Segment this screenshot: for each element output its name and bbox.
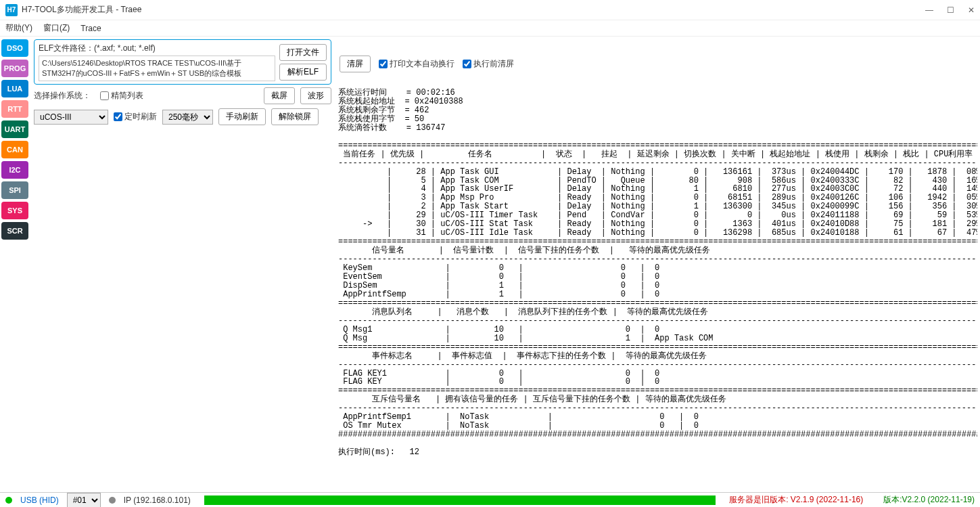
sidebar-sys[interactable]: SYS — [1, 202, 28, 219]
usb-status: USB (HID) — [20, 495, 59, 505]
menu-trace[interactable]: Trace — [80, 24, 101, 33]
window-title: H7-TOOL多功能开发工具 - Traee — [22, 4, 925, 16]
ip-status: IP (192.168.0.101) — [124, 495, 191, 505]
sidebar-prog[interactable]: PROG — [1, 60, 28, 77]
simple-list-checkbox[interactable]: 精简列表 — [100, 90, 143, 102]
menu-window[interactable]: 窗口(Z) — [43, 22, 70, 34]
os-select[interactable]: uCOS-III — [34, 110, 108, 125]
usb-status-dot — [5, 497, 12, 504]
ip-status-dot — [109, 497, 116, 504]
sidebar-rtt[interactable]: RTT — [1, 100, 28, 118]
unlock-button[interactable]: 解除锁屏 — [271, 108, 319, 125]
open-file-button[interactable]: 打开文件 — [279, 44, 327, 61]
trace-output: 系统运行时间 = 00:02:16 系统栈起始地址 = 0x24010388 系… — [337, 87, 977, 489]
manual-refresh-button[interactable]: 手动刷新 — [218, 108, 266, 125]
parse-elf-button[interactable]: 解析ELF — [279, 64, 327, 81]
elf-panel: ELF文件路径：(*.axf; *.out; *.elf) C:\Users\5… — [34, 39, 331, 85]
device-id-select[interactable]: #01 — [67, 493, 101, 508]
sidebar-uart[interactable]: UART — [1, 120, 28, 138]
sidebar-scr[interactable]: SCR — [1, 222, 28, 240]
auto-refresh-checkbox[interactable]: 定时刷新 — [114, 111, 157, 123]
menu-help[interactable]: 帮助(Y) — [5, 22, 32, 34]
sidebar-dso[interactable]: DSO — [1, 39, 28, 57]
waveform-button[interactable]: 波形 — [300, 87, 331, 104]
os-label: 选择操作系统： — [34, 90, 95, 102]
wrap-checkbox[interactable]: 打印文本自动换行 — [379, 58, 454, 70]
sidebar-i2c[interactable]: I2C — [1, 161, 28, 179]
maximize-button[interactable]: ☐ — [947, 5, 954, 15]
preclear-checkbox[interactable]: 执行前清屏 — [463, 58, 514, 70]
app-icon: H7 — [5, 4, 18, 16]
close-button[interactable]: ✕ — [968, 5, 975, 15]
server-version: 服务器是旧版本: V2.1.9 (2022-11-16) — [729, 494, 863, 506]
screenshot-button[interactable]: 截屏 — [264, 87, 295, 104]
sidebar-can[interactable]: CAN — [1, 141, 28, 158]
sidebar-spi[interactable]: SPI — [1, 181, 28, 199]
elf-label: ELF文件路径：(*.axf; *.out; *.elf) — [39, 43, 275, 54]
sidebar-lua[interactable]: LUA — [1, 80, 28, 97]
client-version: 版本:V2.2.0 (2022-11-19) — [883, 494, 975, 506]
clear-button[interactable]: 清屏 — [340, 56, 371, 72]
interval-select[interactable]: 250毫秒 — [162, 110, 213, 125]
minimize-button[interactable]: — — [925, 5, 933, 15]
progress-bar — [204, 495, 716, 505]
elf-path-field[interactable]: C:\Users\51246\Desktop\RTOS TRACE TEST\u… — [39, 56, 275, 81]
